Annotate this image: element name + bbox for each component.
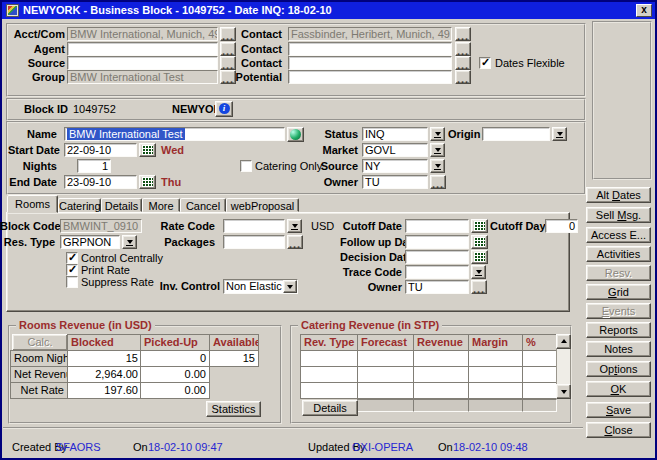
decision-date-field[interactable] xyxy=(405,250,469,264)
start-date-field[interactable]: 22-09-10 xyxy=(64,143,137,157)
trace-code-lov-button[interactable] xyxy=(471,265,486,279)
created-by-value: SFAORS xyxy=(56,440,101,454)
block-id-label: Block ID xyxy=(10,102,68,116)
save-button[interactable]: Save xyxy=(586,402,651,418)
rate-code-field[interactable] xyxy=(223,219,285,233)
rate-code-label: Rate Code xyxy=(160,219,215,233)
close-button[interactable]: Close xyxy=(586,422,651,438)
contact1-lookup-button[interactable] xyxy=(455,27,471,41)
catering-cell xyxy=(300,350,358,367)
room-nights-blocked: 15 xyxy=(67,350,142,367)
trace-code-field[interactable] xyxy=(405,265,469,279)
grid-button[interactable]: Grid xyxy=(586,284,651,300)
title-bar: NEWYORK - Business Block - 1049752 - Dat… xyxy=(2,2,655,19)
nights-field[interactable]: 1 xyxy=(77,159,111,173)
potential-field[interactable] xyxy=(288,70,452,84)
acct-com-label: Acct/Com xyxy=(8,27,65,41)
end-date-label: End Date xyxy=(8,175,57,189)
options-button[interactable]: Options xyxy=(586,361,651,377)
print-rate-checkbox[interactable] xyxy=(66,264,78,276)
tab-owner-lookup-button[interactable] xyxy=(471,280,487,294)
tab-webproposal[interactable]: webProposal xyxy=(226,198,299,212)
catering-only-checkbox[interactable] xyxy=(240,160,252,172)
catering-cell xyxy=(300,366,358,383)
owner-lookup-button[interactable] xyxy=(430,175,446,189)
details-button[interactable]: Details xyxy=(302,400,358,416)
followup-date-field[interactable] xyxy=(405,235,469,249)
column-header-margin: Margin xyxy=(468,334,523,351)
potential-label: Potential xyxy=(230,70,282,84)
contact3-field[interactable] xyxy=(288,56,452,70)
dates-flexible-label: Dates Flexible xyxy=(495,56,565,70)
cutoff-date-field[interactable] xyxy=(405,219,469,233)
contact2-lookup-button[interactable] xyxy=(455,42,471,56)
scroll-down-button[interactable] xyxy=(556,384,571,399)
tab-cancel[interactable]: Cancel xyxy=(180,198,226,212)
name-field[interactable]: BMW International Test xyxy=(64,127,285,141)
potential-lookup-button[interactable] xyxy=(455,70,471,84)
inv-control-combobox[interactable]: Non Elastic xyxy=(223,279,298,294)
info-button[interactable] xyxy=(215,101,233,117)
tab-owner-field[interactable]: TU xyxy=(405,280,469,294)
column-header-revenue: Revenue xyxy=(413,334,469,351)
catering-cell xyxy=(522,382,557,399)
packages-field[interactable] xyxy=(223,235,285,249)
notes-button[interactable]: Notes xyxy=(586,341,651,357)
suppress-rate-checkbox[interactable] xyxy=(66,276,78,288)
packages-lookup-button[interactable] xyxy=(287,235,303,249)
rate-code-lov-button[interactable] xyxy=(287,219,302,233)
cutoff-days-label: Cutoff Days xyxy=(490,219,538,233)
close-window-button[interactable]: x xyxy=(636,4,652,17)
ok-button[interactable]: OK xyxy=(586,381,651,397)
source-lov-button[interactable] xyxy=(430,159,445,173)
reports-button[interactable]: Reports xyxy=(586,322,651,338)
agent-field[interactable] xyxy=(67,42,218,56)
owner-field[interactable]: TU xyxy=(362,175,428,189)
followup-date-calendar-button[interactable] xyxy=(471,235,488,249)
alt-dates-button[interactable]: Alt Dates xyxy=(586,187,651,203)
followup-date-label: Follow up Date xyxy=(340,235,402,249)
end-date-calendar-button[interactable] xyxy=(139,175,156,189)
dates-flexible-checkbox[interactable] xyxy=(479,57,491,69)
status-field[interactable]: INQ xyxy=(362,127,428,141)
activities-button[interactable]: Activities xyxy=(586,246,651,262)
packages-label: Packages xyxy=(160,235,215,249)
side-panel-frame xyxy=(592,21,652,180)
market-field[interactable]: GOVL xyxy=(362,143,428,157)
origin-lov-button[interactable] xyxy=(552,127,567,141)
res-type-field[interactable]: GRPNON xyxy=(60,235,120,249)
row-label-net-rate: Net Rate xyxy=(10,382,68,399)
globe-button[interactable] xyxy=(287,127,304,142)
tab-details[interactable]: Details xyxy=(101,198,142,212)
sell-msg-button[interactable]: Sell Msg. xyxy=(586,207,651,223)
tab-owner-label: Owner xyxy=(340,280,402,294)
status-lov-button[interactable] xyxy=(430,127,445,141)
scroll-up-button[interactable] xyxy=(556,334,571,349)
updated-on-label: On xyxy=(438,440,453,454)
catering-cell xyxy=(468,382,523,399)
statistics-button[interactable]: Statistics xyxy=(206,401,261,417)
column-header-available: Available xyxy=(209,334,259,351)
tab-more[interactable]: More xyxy=(142,198,180,212)
tab-catering[interactable]: Catering xyxy=(58,198,101,212)
market-lov-button[interactable] xyxy=(430,143,445,157)
room-nights-available: 15 xyxy=(209,350,259,367)
access-excl-button[interactable]: Access E... xyxy=(586,227,651,243)
contact3-lookup-button[interactable] xyxy=(455,56,471,70)
name-label: Name xyxy=(8,127,57,141)
source-field[interactable] xyxy=(67,56,218,70)
res-type-lov-button[interactable] xyxy=(122,235,137,249)
source-code-field[interactable]: NY xyxy=(362,159,428,173)
origin-field[interactable] xyxy=(482,127,550,141)
updated-on-value: 18-02-10 09:48 xyxy=(453,440,528,454)
contact2-field[interactable] xyxy=(288,42,452,56)
decision-date-calendar-button[interactable] xyxy=(471,250,488,264)
inv-control-dropdown-icon[interactable] xyxy=(283,280,297,293)
catering-cell xyxy=(468,350,523,367)
end-date-field[interactable]: 23-09-10 xyxy=(64,175,137,189)
tab-rooms[interactable]: Rooms xyxy=(7,195,58,213)
start-date-calendar-button[interactable] xyxy=(139,143,156,157)
block-id-value: 1049752 xyxy=(73,102,116,116)
cutoff-days-field[interactable]: 0 xyxy=(545,219,578,233)
cutoff-date-calendar-button[interactable] xyxy=(471,219,488,233)
